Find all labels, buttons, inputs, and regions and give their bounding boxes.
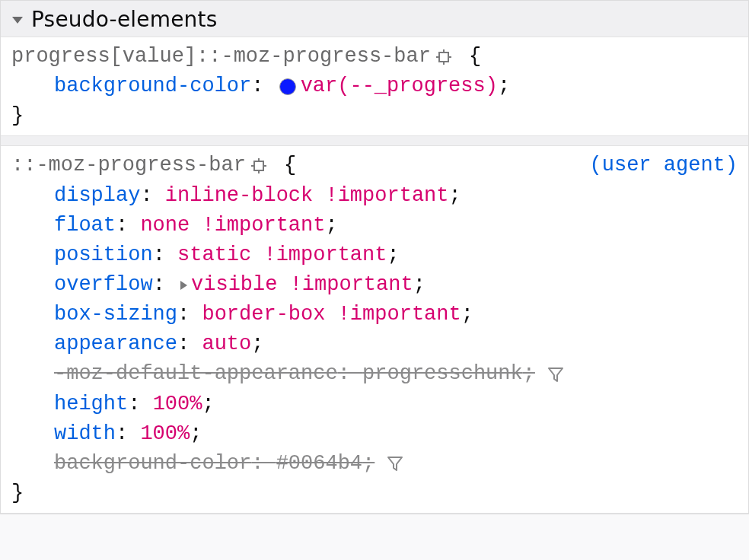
property-name[interactable]: appearance [54, 329, 177, 359]
colon: : [128, 390, 152, 419]
declaration[interactable]: box-sizing: border-box !important; [11, 300, 738, 329]
semicolon: ; [449, 181, 461, 211]
declaration[interactable]: background-color: var(--_progress); [11, 72, 738, 101]
semicolon: ; [190, 419, 202, 449]
close-brace: } [11, 479, 738, 508]
colon: : [177, 300, 202, 329]
selector-line[interactable]: progress[value]::-moz-progress-bar { [11, 42, 738, 72]
semicolon: ; [387, 240, 399, 270]
css-rule: progress[value]::-moz-progress-bar { bac… [1, 37, 748, 136]
property-value[interactable]: visible !important [191, 270, 413, 300]
semicolon: ; [251, 329, 263, 359]
svg-rect-6 [254, 161, 263, 170]
section-title: Pseudo-elements [31, 7, 218, 32]
property-name[interactable]: height [54, 390, 128, 419]
property-name[interactable]: position [54, 240, 153, 270]
css-rule: ::-moz-progress-bar { (user agent) displ… [1, 145, 748, 514]
property-name[interactable]: background-color [54, 72, 251, 101]
colon: : [251, 449, 276, 479]
property-name[interactable]: width [54, 419, 116, 449]
semicolon: ; [413, 270, 425, 300]
svg-rect-1 [439, 52, 448, 62]
open-brace: { [457, 42, 481, 72]
property-value[interactable]: auto [202, 329, 251, 359]
property-value[interactable]: progresschunk [362, 359, 523, 389]
property-value[interactable]: #0064b4 [276, 449, 362, 479]
colon: : [177, 329, 202, 359]
filter-icon[interactable] [385, 453, 405, 473]
declaration[interactable]: appearance: auto; [11, 329, 738, 359]
inspect-element-icon[interactable] [250, 158, 267, 174]
inspect-element-icon[interactable] [435, 49, 452, 65]
section-header[interactable]: Pseudo-elements [1, 1, 748, 37]
colon: : [116, 211, 140, 240]
property-value[interactable]: var(--_progress) [301, 72, 498, 101]
colon: : [140, 181, 164, 211]
selector-text[interactable]: ::-moz-progress-bar [11, 151, 246, 180]
property-name[interactable]: float [54, 211, 116, 240]
property-value[interactable]: inline-block !important [165, 181, 449, 211]
property-name[interactable]: display [54, 181, 140, 211]
declaration[interactable]: position: static !important; [11, 240, 738, 270]
property-name[interactable]: -moz-default-appearance [54, 359, 338, 389]
close-brace: } [11, 101, 738, 131]
semicolon: ; [325, 211, 337, 240]
declaration[interactable]: float: none !important; [11, 211, 738, 240]
colon: : [153, 240, 177, 270]
colon: : [153, 270, 177, 300]
semicolon: ; [523, 359, 535, 389]
property-value[interactable]: none !important [140, 211, 325, 240]
open-brace: { [272, 151, 296, 180]
property-name[interactable]: overflow [54, 270, 153, 300]
property-value[interactable]: 100% [153, 390, 202, 419]
styles-panel: Pseudo-elements progress[value]::-moz-pr… [0, 0, 749, 514]
expand-shorthand-icon[interactable] [177, 279, 190, 291]
declaration[interactable]: background-color: #0064b4; [11, 449, 738, 479]
stylesheet-source-link[interactable]: (user agent) [590, 151, 738, 180]
declaration[interactable]: width: 100%; [11, 419, 738, 449]
color-swatch[interactable] [279, 78, 296, 95]
property-value[interactable]: border-box !important [202, 300, 461, 329]
semicolon: ; [362, 449, 374, 479]
svg-marker-11 [180, 281, 187, 290]
disclosure-triangle-icon[interactable] [11, 14, 24, 26]
property-value[interactable]: 100% [140, 419, 190, 449]
declaration[interactable]: height: 100%; [11, 390, 738, 419]
declaration[interactable]: -moz-default-appearance: progresschunk; [11, 359, 738, 389]
semicolon: ; [202, 390, 214, 419]
colon: : [116, 419, 140, 449]
colon: : [338, 359, 362, 389]
declaration[interactable]: display: inline-block !important; [11, 181, 738, 211]
selector-line[interactable]: ::-moz-progress-bar { (user agent) [11, 151, 738, 180]
semicolon: ; [461, 300, 473, 329]
selector-text[interactable]: progress[value]::-moz-progress-bar [11, 42, 431, 72]
declaration[interactable]: overflow: visible !important; [11, 270, 738, 300]
property-name[interactable]: background-color [54, 449, 251, 479]
svg-marker-0 [12, 17, 23, 24]
property-name[interactable]: box-sizing [54, 300, 177, 329]
filter-icon[interactable] [546, 364, 566, 384]
property-value[interactable]: static !important [177, 240, 387, 270]
